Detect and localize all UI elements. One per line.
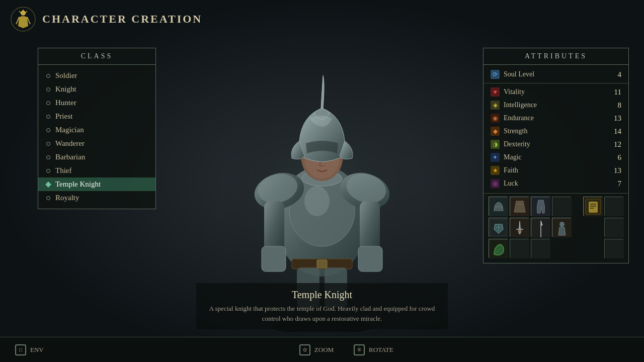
equip-row-2 [489,218,623,237]
magic-icon: ✦ [491,153,500,162]
attr-rows-container: ♥Vitality11◈Intelligence8◉Endurance13◆St… [484,85,628,190]
attr-row-strength: ◆Strength14 [484,125,628,138]
env-control[interactable]: □ ENV [15,344,44,355]
class-bullet [45,182,51,187]
class-item-hunter[interactable]: Hunter [38,96,155,110]
rotate-button[interactable]: ® [354,344,365,355]
class-bullet [46,155,50,159]
class-item-magician[interactable]: Magician [38,123,155,137]
luck-label: Luck [504,179,607,188]
bottom-center-controls: ⊙ ZOOM ® ROTATE [64,344,629,355]
class-panel: CLASS SoldierKnightHunterPriestMagicianW… [38,48,156,209]
description-text: A special knight that protects the templ… [206,304,438,323]
faith-value: 13 [611,166,621,175]
magic-value: 6 [611,153,621,162]
soul-level-row: ⟳ Soul Level 4 [484,68,628,83]
dexterity-icon: ◑ [491,140,500,149]
zoom-button[interactable]: ⊙ [299,344,310,355]
dexterity-label: Dexterity [504,140,607,148]
class-item-soldier[interactable]: Soldier [38,69,155,82]
attr-row-faith: ★Faith13 [484,164,628,177]
luck-value: 7 [611,179,621,188]
class-name: Thief [55,166,71,175]
equip-slot-weapon3[interactable] [531,218,550,237]
class-bullet [46,101,50,105]
class-name: Knight [55,85,76,94]
equip-slot-spell1[interactable] [489,239,508,258]
class-item-thief[interactable]: Thief [38,164,155,177]
class-name: Barbarian [55,153,85,161]
svg-point-3 [304,186,330,216]
class-bullet [46,196,50,200]
class-bullet [46,142,50,146]
attributes-panel: ATTRIBUTES ⟳ Soul Level 4 ♥Vitality11◈In… [483,48,629,263]
svg-rect-11 [360,201,380,251]
env-label: ENV [30,346,44,354]
intelligence-value: 8 [611,101,621,110]
attr-row-luck: ◎Luck7 [484,177,628,190]
env-button[interactable]: □ [15,344,26,355]
equip-row-1 [489,197,623,216]
class-item-barbarian[interactable]: Barbarian [38,150,155,164]
equip-slot-weapon2[interactable] [510,218,529,237]
attributes-panel-header: ATTRIBUTES [484,48,628,65]
svg-rect-12 [262,246,286,272]
vitality-value: 11 [611,88,621,97]
equip-slot-weapon1[interactable] [489,218,508,237]
equip-slot-ring2[interactable] [604,197,623,216]
equip-slot-weapon4[interactable] [552,218,571,237]
rotate-label: ROTATE [369,346,393,354]
equip-slot-head[interactable] [489,197,508,216]
svg-rect-46 [531,239,550,258]
svg-rect-43 [605,218,624,237]
zoom-control[interactable]: ⊙ ZOOM [299,344,334,355]
equip-slot-ring1[interactable] [583,197,602,216]
svg-rect-33 [589,202,598,213]
equip-slot-spell3[interactable] [531,239,550,258]
class-name: Royalty [55,194,79,202]
equip-slot-offhand[interactable] [604,218,623,237]
attr-row-vitality: ♥Vitality11 [484,85,628,99]
description-box: Temple Knight A special knight that prot… [196,283,448,329]
attr-row-intelligence: ◈Intelligence8 [484,99,628,112]
class-item-temple-knight[interactable]: Temple Knight [38,177,155,191]
soul-level-icon: ⟳ [491,70,500,79]
class-name: Wanderer [55,139,85,148]
strength-icon: ◆ [491,127,500,136]
attribute-list: ⟳ Soul Level 4 ♥Vitality11◈Intelligence8… [484,65,628,193]
magic-label: Magic [504,153,607,161]
vitality-icon: ♥ [491,87,500,97]
description-title: Temple Knight [206,289,438,301]
equip-slot-arms[interactable] [531,197,550,216]
class-item-priest[interactable]: Priest [38,110,155,123]
equip-row-3 [489,239,623,258]
equip-slot-spell2[interactable] [510,239,529,258]
attr-row-dexterity: ◑Dexterity12 [484,138,628,151]
class-bullet [46,74,50,78]
intelligence-label: Intelligence [504,101,607,109]
equip-slot-item[interactable] [604,239,623,258]
rotate-control[interactable]: ® ROTATE [354,344,393,355]
equip-slot-legs[interactable] [552,197,571,216]
svg-rect-47 [605,239,624,258]
equipment-section [484,193,628,263]
zoom-label: ZOOM [314,346,334,354]
endurance-icon: ◉ [491,114,500,123]
svg-point-38 [518,230,521,233]
class-name: Priest [55,112,72,121]
svg-rect-30 [552,197,572,216]
soul-level-label: Soul Level [504,70,607,78]
class-list: SoldierKnightHunterPriestMagicianWandere… [38,65,155,209]
class-item-royalty[interactable]: Royalty [38,191,155,205]
equip-slot-body[interactable] [510,197,529,216]
class-item-knight[interactable]: Knight [38,82,155,96]
header-icon [10,6,36,32]
svg-rect-34 [605,197,624,216]
class-item-wanderer[interactable]: Wanderer [38,137,155,150]
svg-rect-21 [317,260,327,268]
attr-row-endurance: ◉Endurance13 [484,112,628,125]
class-bullet [46,169,50,173]
soul-level-value: 4 [611,70,621,79]
svg-rect-13 [358,246,382,272]
class-bullet [46,128,50,132]
